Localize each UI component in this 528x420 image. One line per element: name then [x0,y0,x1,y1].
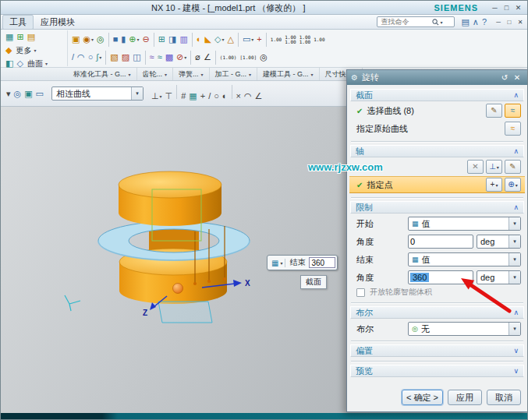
select-curve-row[interactable]: ✔ 选择曲线 (8) ✎≈ [349,102,525,119]
snap-endpoint-icon[interactable]: ⊤ [165,90,174,103]
sketch-plane[interactable] [158,302,212,323]
angle-snap-icon[interactable]: ∠ [254,90,264,103]
curve-rule-icon[interactable]: ≈ [505,104,521,118]
help-icon[interactable]: ? [481,16,487,29]
section-header-preview[interactable]: 预览 ∨ [350,365,524,377]
subtract-icon[interactable]: ⊖ [142,33,151,46]
replace-face-icon[interactable]: ◫ [132,51,141,64]
measure-distance-icon[interactable]: ⌀ [194,51,201,64]
toolbar-group-label[interactable]: 弹簧...▾ [173,68,210,80]
top-cylinder-top[interactable] [119,171,221,198]
draft-icon[interactable]: △ [226,33,234,46]
collapse-chevron-icon[interactable]: ∧ [513,91,519,99]
hole-icon[interactable]: ◎ [96,33,105,46]
section-header-boolean[interactable]: 布尔 ∧ [350,306,524,319]
type-filter-dropdown-icon[interactable]: ▾ [5,87,12,101]
workplane-icon[interactable]: ▦ [188,90,197,103]
vector-type-icon[interactable]: ⊥▾ [486,160,502,174]
select-filter-icon[interactable]: ◎ [13,87,23,101]
datum-target-icon[interactable]: ◎ [259,51,268,64]
toolbar-group-label[interactable]: 标准化工具 - G...▾ [68,68,137,80]
collapse-chevron-icon[interactable]: ∧ [513,309,519,316]
dialog-reset-icon[interactable]: ↺ [498,73,511,82]
chamfer-icon[interactable]: ◣ [204,33,212,46]
start-angle-input[interactable]: 0 [408,235,473,249]
cancel-button[interactable]: 取消 [487,390,521,405]
dialog-title-bar[interactable]: ⚙ 旋转 ↺ ✕ [347,70,527,85]
extrude-icon[interactable]: ▣ [71,33,80,46]
dim-angular-icon[interactable]: 1.00 [313,33,325,46]
grid-snap-icon[interactable]: # [180,90,186,103]
delete-face-icon[interactable]: ▨ [121,51,130,64]
edge-blend-icon[interactable]: ◐ [196,33,203,46]
freeform-icon[interactable]: ◇ [16,57,23,70]
end-angle-onscreen-input[interactable]: 360 [309,257,335,268]
open-profile-checkbox[interactable] [356,288,365,297]
start-angle-unit-dropdown[interactable]: deg ▾ [477,235,521,249]
specify-original-curve-row[interactable]: 指定原始曲线 ≈ [349,120,525,137]
dialog-close-icon[interactable]: ✕ [511,73,523,82]
command-search-box[interactable]: ▾ [377,16,455,27]
unite-icon[interactable]: ⊕▾ [128,33,140,46]
ok-button[interactable]: < 确定 > [402,390,443,405]
vector-reverse-icon[interactable]: ✕ [467,160,484,174]
doc-close-button[interactable]: ✕ [515,19,526,26]
datum-icon[interactable]: ◆ [5,44,12,57]
toolbar-group-label[interactable]: 齿轮...▾ [137,68,174,80]
toolbar-group-label[interactable]: 加工 - G...▾ [210,68,258,80]
point-snap-icon[interactable]: +▾ [486,178,502,192]
vector-constructor-icon[interactable]: ✎ [505,160,521,174]
minimize-button[interactable]: ─ [489,2,501,14]
thicken-icon[interactable]: ▩ [165,51,174,64]
collapse-chevron-icon[interactable]: ∧ [513,203,519,211]
end-limit-dropdown[interactable]: ▦ 值 ▾ [408,252,521,266]
menu-application-modules[interactable]: 应用模块 [34,15,82,30]
ribbon-options-icon[interactable]: ▤ [460,16,470,29]
face-rule-icon[interactable]: ▭ [35,87,44,101]
pattern-feature-icon[interactable]: ⊞ [158,33,166,46]
expand-chevron-icon[interactable]: ∨ [513,367,519,375]
onscreen-end-limit-widget[interactable]: ▦ ▾ 结束 360 [267,255,338,270]
restore-button[interactable]: □ [501,2,512,14]
menu-icon[interactable]: ▦ [5,30,14,44]
arc-icon[interactable]: ◠ [76,51,86,64]
fit-tolerance-icon[interactable]: (1.00) [219,51,238,64]
expand-chevron-icon[interactable]: ∨ [513,347,519,355]
surface-group-icon[interactable]: ◧ [5,57,14,70]
shell-icon[interactable]: ◇▾ [214,33,225,46]
sketch-icon[interactable]: ▤ [27,30,36,44]
profile-line-icon[interactable]: / [71,51,75,64]
more-commands-dropdown[interactable]: 更多 ▾ [16,45,36,56]
move-face-icon[interactable]: ▧ [109,51,119,64]
spline-icon[interactable]: ∫▾ [95,51,102,64]
measure-angle-icon[interactable]: ∠ [203,51,212,64]
dim-linear-icon[interactable]: 1.00 1.00 [284,33,296,46]
snap-point-toggle-icon[interactable]: ⊥▾ [151,90,163,103]
cylinder-icon[interactable]: ▮ [120,33,126,46]
top-selection-icon[interactable]: ▣ [23,87,33,101]
dropdown-arrow-icon[interactable]: ▾ [509,271,520,284]
minimize-ribbon-icon[interactable]: ∧ [472,16,480,29]
section-header-limits[interactable]: 限制 ∧ [350,201,524,214]
end-angle-unit-dropdown[interactable]: deg ▾ [477,270,521,284]
command-search-input[interactable] [379,17,432,26]
surface-dropdown[interactable]: 曲面 ▾ [27,58,48,69]
menu-tools[interactable]: 工具 [2,15,34,30]
rib-icon[interactable]: ▥ [179,33,188,46]
boolean-dropdown[interactable]: ◎ 无 ▾ [408,322,521,336]
mirror-feature-icon[interactable]: ◨ [168,33,177,46]
collapse-chevron-icon[interactable]: ∧ [513,147,519,155]
original-curve-icon[interactable]: ≈ [505,122,521,136]
dropdown-arrow-icon[interactable]: ▾ [509,217,520,230]
section-header-section[interactable]: 截面 ∧ [350,89,524,101]
feature-group-icon[interactable]: ⊞ [16,30,24,44]
specified-point-sphere[interactable] [173,284,183,294]
curve-rule-combo[interactable]: 相连曲线 ▾ [51,86,144,101]
trim-body-icon[interactable]: ⊘▾ [175,51,187,64]
intersection-snap-icon[interactable]: × [236,90,242,103]
doc-minimize-button[interactable]: ─ [493,19,504,26]
curve-list-icon[interactable]: ✎ [486,104,502,118]
quadrant-snap-icon[interactable]: ◐ [221,90,229,103]
end-limit-option-button[interactable]: ▦ ▾ [269,259,285,267]
start-limit-dropdown[interactable]: ▦ 值 ▾ [408,217,521,231]
